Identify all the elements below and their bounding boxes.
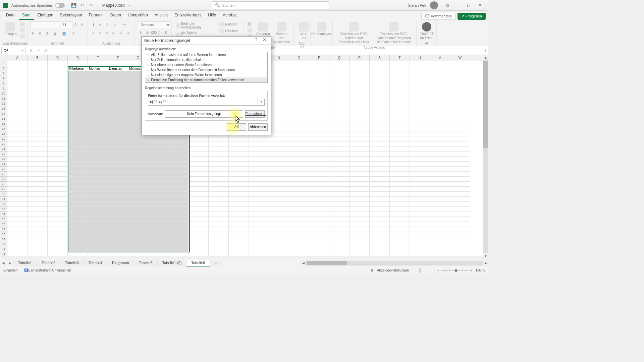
- cell[interactable]: [128, 232, 148, 237]
- row-header[interactable]: 23: [0, 157, 7, 162]
- cell[interactable]: [108, 232, 128, 237]
- row-header[interactable]: 9: [0, 86, 7, 91]
- cell[interactable]: [68, 136, 88, 141]
- addins-button[interactable]: Add-Ins: [297, 21, 311, 41]
- cell[interactable]: [410, 136, 430, 141]
- cell[interactable]: [309, 242, 329, 247]
- cell[interactable]: [350, 152, 370, 157]
- cell[interactable]: [88, 187, 108, 192]
- col-header-O[interactable]: O: [289, 55, 309, 61]
- col-header-W[interactable]: W: [450, 55, 470, 61]
- cell[interactable]: [269, 136, 289, 141]
- insert-cells-button[interactable]: Einfügen: [218, 21, 239, 27]
- cell[interactable]: [68, 202, 88, 207]
- cell[interactable]: [28, 202, 48, 207]
- cell[interactable]: [108, 212, 128, 217]
- cell[interactable]: [269, 66, 289, 71]
- cell[interactable]: [108, 167, 128, 172]
- cell[interactable]: [370, 66, 390, 71]
- cell[interactable]: [249, 192, 269, 197]
- cell[interactable]: [450, 197, 470, 202]
- cell[interactable]: [289, 232, 309, 237]
- cell[interactable]: [209, 252, 229, 256]
- cell[interactable]: [48, 157, 68, 162]
- cell[interactable]: [88, 96, 108, 101]
- cell[interactable]: [68, 111, 88, 116]
- cell[interactable]: [269, 121, 289, 126]
- cell[interactable]: [390, 61, 410, 66]
- sheet-tab[interactable]: Tabelle4: [84, 260, 107, 266]
- cell[interactable]: [128, 146, 148, 152]
- cell[interactable]: [209, 242, 229, 247]
- cell[interactable]: [289, 202, 309, 207]
- cell[interactable]: [289, 61, 309, 66]
- horizontal-scrollbar[interactable]: ◀ ▶: [301, 260, 488, 266]
- cell[interactable]: [48, 86, 68, 91]
- cell[interactable]: [329, 162, 350, 167]
- cell[interactable]: [430, 146, 450, 152]
- cell[interactable]: [309, 217, 329, 222]
- cell[interactable]: [450, 136, 470, 141]
- dialog-titlebar[interactable]: Neue Formatierungsregel ? ✕: [142, 37, 271, 45]
- cell[interactable]: [430, 207, 450, 212]
- cell[interactable]: [168, 237, 189, 242]
- cell[interactable]: [168, 152, 189, 157]
- cell[interactable]: [410, 146, 430, 152]
- cell[interactable]: [390, 202, 410, 207]
- cancel-edit-icon[interactable]: ✕: [28, 47, 35, 54]
- cell[interactable]: [410, 217, 430, 222]
- cell[interactable]: [48, 252, 68, 256]
- cell[interactable]: [370, 172, 390, 177]
- cell[interactable]: [88, 162, 108, 167]
- confirm-edit-icon[interactable]: ✓: [35, 47, 42, 54]
- row-header[interactable]: 21: [0, 146, 7, 152]
- cell[interactable]: [430, 252, 450, 256]
- rule-type-item[interactable]: Nur Zellen formatieren, die enthalten: [145, 57, 267, 62]
- cell[interactable]: [390, 81, 410, 86]
- cell[interactable]: [148, 172, 168, 177]
- cell[interactable]: [269, 126, 289, 131]
- cell[interactable]: [289, 91, 309, 96]
- cell[interactable]: [309, 172, 329, 177]
- cell[interactable]: [350, 252, 370, 256]
- cell[interactable]: [68, 157, 88, 162]
- cell[interactable]: [48, 131, 68, 136]
- cell[interactable]: [309, 121, 329, 126]
- currency-icon[interactable]: $: [138, 29, 144, 36]
- cell[interactable]: [430, 141, 450, 146]
- cell[interactable]: [28, 76, 48, 81]
- cell[interactable]: [48, 247, 68, 252]
- cell[interactable]: [48, 212, 68, 217]
- cell[interactable]: [430, 247, 450, 252]
- cell[interactable]: [28, 96, 48, 101]
- cell[interactable]: [7, 86, 28, 91]
- cell[interactable]: [128, 192, 148, 197]
- cell[interactable]: [128, 197, 148, 202]
- cell[interactable]: [88, 121, 108, 126]
- cell[interactable]: [249, 222, 269, 227]
- cell[interactable]: [450, 121, 470, 126]
- chatgpt-button[interactable]: ChatGPT for Excel: [419, 21, 434, 41]
- cell[interactable]: [450, 131, 470, 136]
- cell[interactable]: [450, 192, 470, 197]
- ribbon-tab-datei[interactable]: Datei: [3, 11, 19, 20]
- cell[interactable]: [249, 177, 269, 182]
- row-header[interactable]: 12: [0, 101, 7, 106]
- cell[interactable]: [209, 197, 229, 202]
- cell[interactable]: [229, 136, 249, 141]
- cell[interactable]: [269, 197, 289, 202]
- cell[interactable]: [168, 162, 189, 167]
- cell[interactable]: [229, 227, 249, 232]
- cell[interactable]: [48, 227, 68, 232]
- cell[interactable]: [128, 252, 148, 256]
- cell[interactable]: [390, 172, 410, 177]
- cell[interactable]: [88, 197, 108, 202]
- row-header[interactable]: 26: [0, 172, 7, 177]
- cell[interactable]: [108, 141, 128, 146]
- cell[interactable]: [189, 237, 209, 242]
- cell[interactable]: [148, 202, 168, 207]
- cell[interactable]: [450, 96, 470, 101]
- cell[interactable]: [108, 111, 128, 116]
- cell[interactable]: [88, 146, 108, 152]
- cell[interactable]: [390, 116, 410, 121]
